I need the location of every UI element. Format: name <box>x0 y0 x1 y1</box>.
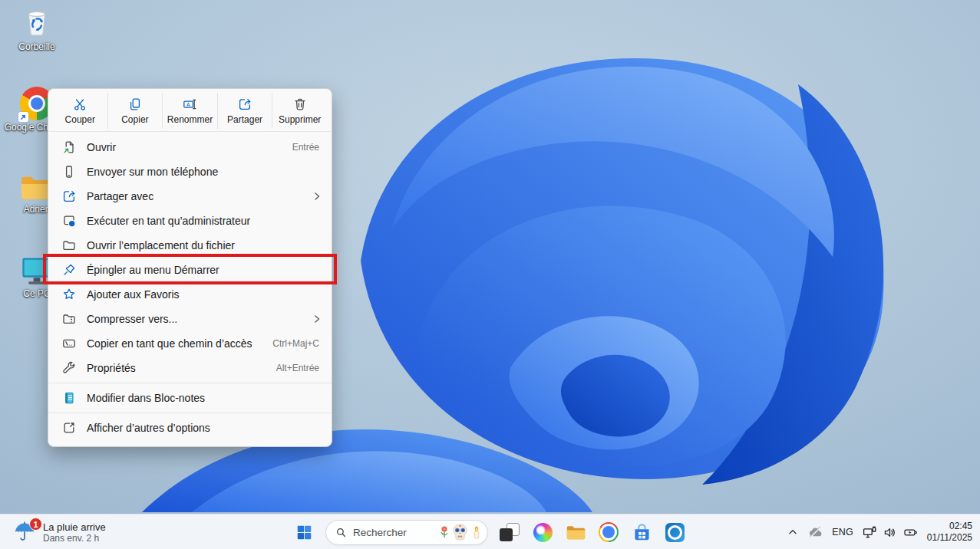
open-icon <box>61 140 77 155</box>
menu-item-partager-avec[interactable]: Partager avec <box>48 184 332 209</box>
tray-chevron-up-button[interactable] <box>787 526 799 538</box>
toolbar-label: Renommer <box>167 114 213 125</box>
task-view-button[interactable] <box>494 517 525 547</box>
start-button[interactable] <box>289 517 319 547</box>
svg-text:A: A <box>186 102 190 107</box>
quick-settings-button[interactable] <box>862 525 919 540</box>
search-box[interactable]: Rechercher <box>325 520 488 545</box>
menu-item-label: Compresser vers... <box>87 313 312 325</box>
search-doodle <box>439 522 483 542</box>
outlook-icon <box>665 523 685 542</box>
delete-button[interactable]: Supprimer <box>272 93 327 129</box>
context-menu-items: Ouvrir Entrée Envoyer sur mon téléphone <box>48 132 332 445</box>
menu-item-proprietes[interactable]: Propriétés Alt+Entrée <box>48 356 332 380</box>
pin-icon <box>61 262 77 278</box>
menu-item-compresser-vers[interactable]: Compresser vers... <box>48 307 332 331</box>
more-options-icon <box>61 420 77 436</box>
menu-item-label: Ajouter aux Favoris <box>87 288 332 301</box>
sugar-skull-icon <box>450 522 470 542</box>
menu-item-ajouter-favoris[interactable]: Ajouter aux Favoris <box>48 282 332 307</box>
tray-time: 02:45 <box>927 521 972 532</box>
menu-item-label: Ouvrir <box>87 141 292 153</box>
menu-item-ouvrir[interactable]: Ouvrir Entrée <box>48 135 332 159</box>
task-view-icon <box>500 523 520 541</box>
menu-item-copier-chemin[interactable]: Copier en tant que chemin d’accès Ctrl+M… <box>48 331 332 356</box>
rename-icon: A <box>182 97 197 112</box>
menu-separator <box>48 383 332 383</box>
menu-item-executer-admin[interactable]: Exécuter en tant qu’administrateur <box>48 209 332 233</box>
chrome-icon <box>599 522 619 542</box>
chrome-button[interactable] <box>593 517 624 547</box>
share-button[interactable]: Partager <box>217 93 272 129</box>
taskbar-center: Rechercher <box>289 514 690 549</box>
battery-charging-icon <box>902 525 919 540</box>
menu-item-epingler-demarrer[interactable]: Épingler au menu Démarrer <box>48 258 332 282</box>
menu-item-label: Exécuter en tant qu’administrateur <box>87 215 332 227</box>
widget-title: La pluie arrive <box>43 521 106 533</box>
chevron-up-icon <box>787 526 799 538</box>
menu-item-ouvrir-emplacement[interactable]: Ouvrir l’emplacement du fichier <box>48 233 332 258</box>
windows-logo-icon <box>295 524 313 541</box>
run-as-admin-icon <box>61 213 77 228</box>
copilot-button[interactable] <box>527 517 558 547</box>
menu-item-accel: Entrée <box>292 142 319 153</box>
wrench-icon <box>61 360 77 376</box>
toolbar-label: Couper <box>65 114 95 125</box>
rename-button[interactable]: A Renommer <box>162 93 217 129</box>
notepad-icon <box>61 390 77 406</box>
onedrive-tray-button[interactable] <box>807 525 823 539</box>
language-indicator[interactable]: ENG <box>832 527 853 537</box>
microsoft-store-icon <box>632 523 652 542</box>
system-tray: ENG 02:45 01/11/2025 <box>787 514 972 549</box>
menu-item-label: Copier en tant que chemin d’accès <box>87 337 272 350</box>
cut-button[interactable]: Couper <box>53 93 107 129</box>
recycle-bin-icon <box>21 6 52 40</box>
menu-item-envoyer-telephone[interactable]: Envoyer sur mon téléphone <box>48 159 332 184</box>
folder-outline-icon <box>61 238 77 253</box>
cut-icon <box>72 97 87 112</box>
menu-item-label: Modifier dans Bloc-notes <box>87 392 332 404</box>
toolbar-label: Partager <box>227 114 262 125</box>
menu-item-accel: Alt+Entrée <box>276 363 319 373</box>
microsoft-store-button[interactable] <box>626 517 657 547</box>
menu-item-modifier-bloc-notes[interactable]: Modifier dans Bloc-notes <box>48 386 332 410</box>
desktop-icon-label: Corbeille <box>18 42 54 52</box>
delete-icon <box>292 97 308 112</box>
menu-item-label: Ouvrir l’emplacement du fichier <box>87 239 332 251</box>
toolbar-label: Copier <box>121 114 148 125</box>
rose-icon <box>439 525 450 539</box>
file-explorer-icon <box>566 523 586 541</box>
share-with-icon <box>61 189 77 204</box>
desktop-icon-label: Ce PC <box>23 289 50 299</box>
desktop-icon-label: Adrien <box>24 205 51 215</box>
shortcut-arrow-icon <box>18 112 28 122</box>
search-icon <box>335 527 347 538</box>
menu-item-label: Envoyer sur mon téléphone <box>87 166 332 178</box>
copy-icon <box>127 97 143 112</box>
volume-icon <box>883 525 897 540</box>
copy-button[interactable]: Copier <box>107 93 163 129</box>
tray-date: 01/11/2025 <box>927 532 972 544</box>
clock[interactable]: 02:45 01/11/2025 <box>927 521 972 544</box>
menu-item-label: Épingler au menu Démarrer <box>87 264 332 276</box>
file-explorer-button[interactable] <box>560 517 591 547</box>
desktop-icon-recycle-bin[interactable]: Corbeille <box>3 6 71 52</box>
phone-icon <box>61 164 77 179</box>
widgets-button[interactable]: 1 La pluie arrive Dans env. 2 h <box>6 514 112 549</box>
outlook-button[interactable] <box>659 517 690 547</box>
menu-item-label: Partager avec <box>87 190 312 202</box>
network-icon <box>862 525 877 540</box>
copy-path-icon <box>61 336 77 351</box>
candle-icon <box>470 524 483 540</box>
widget-subtitle: Dans env. 2 h <box>43 533 106 544</box>
search-placeholder: Rechercher <box>353 527 439 538</box>
chevron-right-icon <box>312 191 322 202</box>
context-menu-toolbar: Couper Copier A Renommer <box>48 89 332 131</box>
taskbar: 1 La pluie arrive Dans env. 2 h <box>0 514 980 549</box>
context-menu: Couper Copier A Renommer <box>48 88 332 447</box>
toolbar-label: Supprimer <box>279 114 321 125</box>
zip-folder-icon <box>61 311 77 327</box>
menu-item-plus-options[interactable]: Afficher d’autres d’options <box>48 416 332 440</box>
chevron-right-icon <box>312 314 322 324</box>
menu-separator <box>48 413 332 413</box>
